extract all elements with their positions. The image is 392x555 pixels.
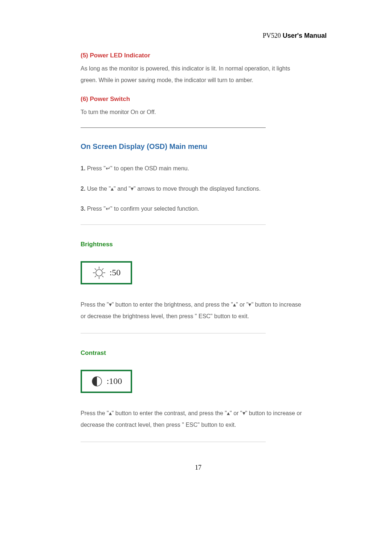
divider bbox=[81, 333, 266, 333]
header-manual-label: User's Manual bbox=[281, 32, 327, 39]
contrast-icon bbox=[91, 375, 103, 388]
svg-line-8 bbox=[95, 276, 96, 277]
section-6-body: To turn the monitor On or Off. bbox=[81, 106, 302, 118]
svg-line-7 bbox=[102, 268, 103, 270]
step-2-number: 2. bbox=[81, 186, 85, 192]
svg-line-6 bbox=[102, 276, 103, 277]
step-1-number: 1. bbox=[81, 165, 85, 171]
step-1-text: Press "↵" to open the OSD main menu. bbox=[85, 165, 189, 171]
svg-line-5 bbox=[95, 268, 96, 270]
step-2-text: Use the "▴" and "▾" arrows to move throu… bbox=[85, 186, 261, 192]
brightness-value: :50 bbox=[110, 268, 121, 278]
page-number: 17 bbox=[41, 464, 356, 471]
brightness-body: Press the "▾" button to enter the bright… bbox=[81, 299, 302, 322]
step-3-number: 3. bbox=[81, 206, 85, 212]
header-title: PV520 User's Manual bbox=[81, 32, 356, 40]
contrast-heading: Contrast bbox=[81, 349, 356, 357]
brightness-osd-box: :50 bbox=[81, 261, 132, 284]
section-6-title: (6) Power Switch bbox=[81, 96, 356, 103]
section-5-title: (5) Power LED Indicator bbox=[81, 52, 356, 59]
header-model: PV520 bbox=[263, 32, 281, 39]
contrast-body: Press the "▴" button to enter the contra… bbox=[81, 408, 302, 431]
osd-main-menu-heading: On Screen Display (OSD) Main menu bbox=[81, 142, 356, 151]
step-3: 3. Press "↵" to confirm your selected fu… bbox=[81, 204, 302, 214]
step-1: 1. Press "↵" to open the OSD main menu. bbox=[81, 164, 302, 173]
contrast-osd-box: :100 bbox=[81, 370, 132, 393]
contrast-value: :100 bbox=[107, 376, 122, 386]
divider bbox=[81, 224, 266, 225]
svg-point-0 bbox=[96, 270, 102, 276]
brightness-heading: Brightness bbox=[81, 241, 356, 248]
divider bbox=[81, 442, 266, 442]
section-5-body: As long as the monitor is powered, this … bbox=[81, 63, 302, 86]
step-2: 2. Use the "▴" and "▾" arrows to move th… bbox=[81, 184, 302, 194]
step-3-text: Press "↵" to confirm your selected funct… bbox=[85, 206, 199, 212]
brightness-icon bbox=[92, 266, 106, 280]
divider bbox=[81, 127, 266, 128]
